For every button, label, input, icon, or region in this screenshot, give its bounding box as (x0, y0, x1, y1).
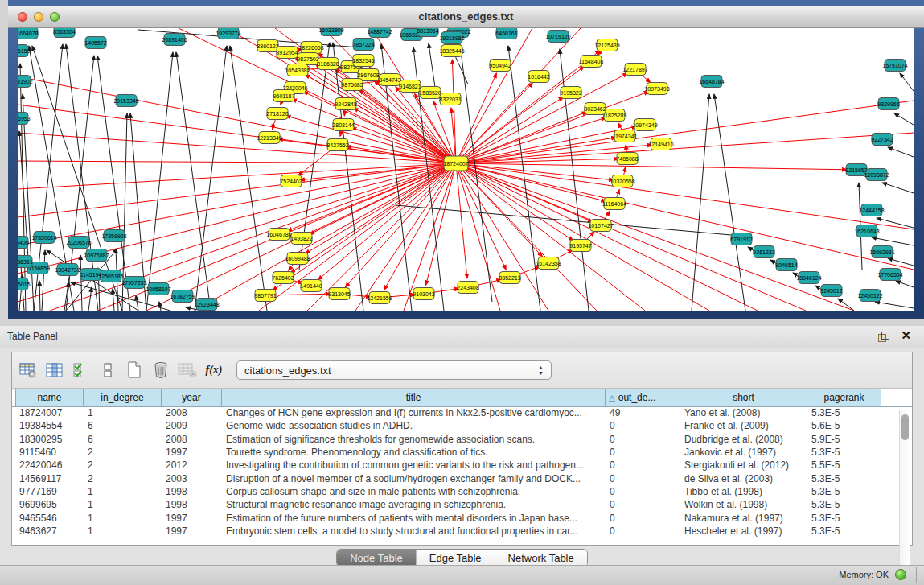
graph-node[interactable]: 16648784 (699, 76, 724, 88)
column-header-title[interactable]: title (222, 389, 606, 406)
graph-node[interactable]: 1588520 (419, 87, 441, 99)
close-panel-icon[interactable]: ✕ (901, 328, 911, 343)
graph-node[interactable]: 9875685 (341, 79, 363, 91)
graph-node[interactable]: 10974349 (632, 119, 657, 131)
table-selector-dropdown[interactable]: citations_edges.txt ▲▼ (236, 360, 552, 380)
table-column-icon[interactable] (45, 360, 64, 380)
graph-node[interactable]: 17850614 (31, 232, 56, 244)
graph-node[interactable]: 13942737 (55, 264, 80, 276)
graph-node[interactable]: 9827503 (297, 53, 318, 65)
graph-node[interactable]: 16033809 (318, 28, 343, 36)
graph-node[interactable]: 12213349 (257, 132, 281, 144)
graph-node[interactable]: 17359928 (101, 230, 126, 242)
graph-node[interactable]: 2718120 (266, 108, 288, 120)
graph-node[interactable]: 6466161 (495, 28, 517, 39)
graph-node[interactable]: 8322031 (439, 93, 461, 105)
new-file-icon[interactable] (125, 360, 144, 380)
graph-node[interactable]: 9504942 (489, 60, 511, 72)
table-row[interactable]: 969969511998Structural magnetic resonanc… (12, 498, 897, 511)
graph-node[interactable]: 10958107 (146, 283, 170, 295)
graph-node[interactable]: 9046514 (775, 259, 797, 271)
graph-node[interactable]: 8023462 (584, 103, 606, 115)
tab-edge-table[interactable]: Edge Table (416, 550, 495, 566)
window-titlebar[interactable]: citations_edges.txt (8, 6, 924, 28)
graph-node[interactable]: 12450122 (857, 290, 882, 302)
column-header-year[interactable]: year (162, 389, 222, 406)
graph-node[interactable]: 16782759 (170, 290, 195, 303)
column-header-out_de[interactable]: △out_de... (606, 389, 680, 406)
graph-node[interactable]: 9857791 (254, 290, 276, 302)
graph-node[interactable]: 8427552 (326, 139, 348, 151)
table-row[interactable]: 946362711997Embryonic stem cells: a mode… (12, 525, 897, 538)
graph-node[interactable]: 10543382 (285, 64, 310, 76)
graph-node[interactable]: 9242848 (335, 98, 356, 110)
graph-node[interactable]: 9103043 (413, 288, 434, 300)
table-row[interactable]: 911546021997Tourette syndrome. Phenomeno… (12, 446, 897, 459)
delete-rows-icon[interactable] (151, 360, 170, 380)
graph-node[interactable]: 11164064 (602, 198, 626, 210)
graph-node[interactable]: 9195322 (560, 87, 581, 99)
graph-node[interactable]: 16046786 (266, 229, 291, 241)
table-row[interactable]: 1938455462009Genome-wide association stu… (12, 419, 897, 432)
graph-node[interactable]: 12923448 (194, 299, 219, 311)
graph-node[interactable]: 15692931 (869, 246, 894, 258)
table-row[interactable]: 977716911998Corpus callosum shape and si… (12, 485, 897, 498)
column-header-short[interactable]: short (680, 389, 807, 406)
graph-node[interactable]: 1405572 (84, 37, 106, 49)
select-columns-icon[interactable] (72, 360, 91, 380)
graph-node[interactable]: 9146821 (399, 80, 421, 93)
graph-node[interactable]: 10107427 (588, 220, 613, 232)
graph-node[interactable]: 19293774 (216, 28, 240, 39)
graph-node[interactable]: 3915400 (18, 237, 29, 249)
graph-node[interactable]: 15751074 (882, 60, 907, 72)
graph-node[interactable]: 12217897 (622, 64, 647, 76)
graph-node[interactable]: 1493822 (290, 233, 312, 245)
graph-node[interactable]: 18724007 (443, 156, 468, 171)
column-header-pagerank[interactable]: pagerank (807, 389, 881, 406)
table-settings-icon[interactable] (18, 360, 38, 380)
column-header-name[interactable]: name (15, 389, 84, 406)
table-row[interactable]: 1830029562008Estimation of significance … (12, 433, 897, 446)
tab-node-table[interactable]: Node Table (337, 550, 416, 566)
row-height-icon[interactable] (98, 360, 117, 380)
tab-network-table[interactable]: Network Table (495, 550, 587, 566)
column-header-in_degree[interactable]: in_degree (84, 389, 162, 406)
graph-node[interactable]: 2803144 (332, 119, 354, 131)
graph-node[interactable]: 9336351 (18, 256, 33, 268)
graph-node[interactable]: 10975887 (84, 249, 109, 262)
graph-node[interactable]: 14887742 (367, 28, 392, 38)
graph-node[interactable]: 7857224 (352, 39, 374, 51)
graph-node[interactable]: 20891406 (162, 34, 187, 46)
graph-node[interactable]: 10973493 (644, 83, 669, 95)
graph-node[interactable]: 8454743 (379, 74, 400, 86)
graph-node[interactable]: 8912954 (276, 47, 298, 59)
graph-node[interactable]: 12444158 (859, 204, 884, 216)
graph-node[interactable]: 9245012 (820, 285, 842, 297)
graph-node[interactable]: 1832546 (352, 55, 374, 67)
function-icon[interactable]: f(x) (204, 360, 224, 380)
graph-node[interactable]: 7625402 (272, 272, 294, 284)
graph-node[interactable]: 9361233 (753, 246, 774, 258)
graph-node[interactable]: 8852213 (499, 272, 520, 284)
graph-node[interactable]: 18046124 (796, 272, 821, 284)
graph-node[interactable]: 16142358 (536, 257, 561, 270)
graph-node[interactable]: 9313045 (328, 288, 350, 300)
graph-node[interactable]: 17706554 (877, 269, 902, 281)
graph-node[interactable]: 12421559 (367, 292, 392, 304)
graph-node[interactable]: 16099488 (285, 253, 310, 265)
graph-node[interactable]: 10719120 (545, 31, 570, 43)
graph-node[interactable]: 11974341 (613, 130, 638, 142)
graph-node[interactable]: 17957253 (121, 277, 146, 289)
float-panel-icon[interactable] (878, 332, 889, 342)
graph-node[interactable]: 20153346 (113, 95, 138, 107)
graph-node[interactable]: 9329966 (877, 98, 899, 110)
table-row[interactable]: 946554611997Estimation of the future num… (12, 511, 897, 524)
graph-node[interactable]: 9601187 (273, 90, 295, 102)
graph-node[interactable]: 16206953 (18, 113, 31, 125)
graph-node[interactable]: 9195747 (569, 240, 591, 252)
graph-node[interactable]: 1491440 (300, 280, 322, 292)
graph-node[interactable]: 18325446 (439, 45, 464, 57)
graph-node[interactable]: 8813054 (417, 28, 438, 37)
graph-node[interactable]: 6791912 (730, 233, 752, 245)
graph-node[interactable]: 9227342 (871, 134, 893, 146)
